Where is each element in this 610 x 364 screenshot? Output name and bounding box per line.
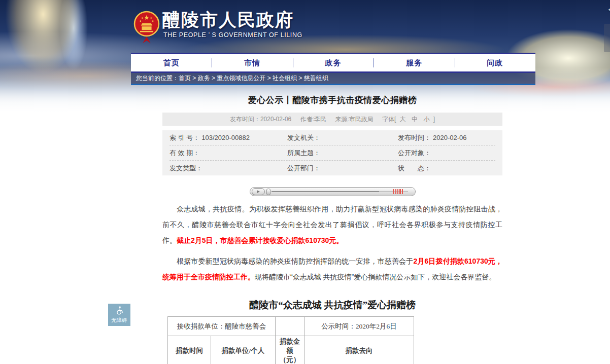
weather-temps-clipped <box>604 47 610 51</box>
doc-type-label: 发文类型： <box>170 164 202 172</box>
highlight-donation-total: 截止2月5日，市慈善会累计接收爱心捐款610730元。 <box>177 236 343 244</box>
accessibility-button[interactable]: 无障碍 <box>108 304 130 326</box>
nav-item-city[interactable]: 市情 <box>212 54 292 71</box>
receiver-cell: 接收捐款单位：醴陵市慈善会 <box>168 317 276 336</box>
breadcrumb-path[interactable]: 首页 > 政务 > 重点领域信息公开 > 社会组织 > 慈善组织 <box>179 75 328 82</box>
weather-widget: 醴陵 02月12日 阴 <box>604 24 610 52</box>
main-nav: 首页 市情 政务 服务 问政 <box>131 53 535 73</box>
nav-item-service[interactable]: 服务 <box>374 54 454 71</box>
page: 醴陵市人民政府 THE PEOPLE ’ S GOVERNMENT OF LIL… <box>0 0 610 364</box>
nav-item-ask[interactable]: 问政 <box>455 54 535 71</box>
font-size-small[interactable]: 小 <box>423 116 429 123</box>
weather-location-date: 醴陵 02月12日 <box>604 26 610 35</box>
play-button[interactable] <box>252 188 265 195</box>
col-header-destination: 捐款去向 <box>304 336 414 364</box>
author: 作者:李民 <box>300 116 326 123</box>
breadcrumb-label: 您当前的位置： <box>136 75 179 82</box>
nav-item-gov[interactable]: 政务 <box>293 54 374 71</box>
publish-date-label: 发布时间： <box>398 134 431 141</box>
paragraph-1: 众志成城，共抗疫情。为积极发挥慈善组织作用，助力打赢新型冠状病毒感染的肺炎疫情防… <box>162 201 502 248</box>
font-size-large[interactable]: 大 <box>400 116 406 123</box>
breadcrumb: 您当前的位置：首页 > 政务 > 重点领域信息公开 > 社会组织 > 慈善组织 <box>131 73 535 85</box>
accessibility-label: 无障碍 <box>108 317 130 322</box>
publish-date-value: 2020-02-06 <box>433 134 467 141</box>
doc-info-row: 发文类型： 公开部门： 状 态： <box>170 161 495 175</box>
page-title: 爱心公示丨醴陵市携手抗击疫情爱心捐赠榜 <box>162 94 502 106</box>
validity-label: 有 效 期： <box>170 149 199 157</box>
doc-info-row: 索 引 号：103/2020-00882 发文机关： 发布时间：2020-02-… <box>170 130 495 145</box>
publish-time: 发布时间：2020-02-06 <box>230 116 291 123</box>
nav-item-home[interactable]: 首页 <box>131 54 212 71</box>
publicity-time-cell: 公示时间：2020年2月6日 <box>304 317 414 336</box>
index-no-value: 103/2020-00882 <box>201 134 250 141</box>
col-header-amount: 捐款金额（元） <box>276 336 304 364</box>
site-header: 醴陵市人民政府 THE PEOPLE ’ S GOVERNMENT OF LIL… <box>131 0 535 53</box>
wheelchair-icon <box>115 306 124 315</box>
issuing-org-label: 发文机关： <box>287 134 320 141</box>
donation-table-title: 醴陵市“众志成城 共抗疫情”爱心捐赠榜 <box>162 299 502 312</box>
col-header-time: 捐款时间 <box>168 336 211 364</box>
volume-bars[interactable] <box>393 189 404 194</box>
status-label: 状 态： <box>398 164 431 172</box>
article-meta-bar: 发布时间：2020-02-06 作者:李民 来源:市民政局 字体[ 大 中 小 … <box>162 113 502 126</box>
national-emblem-logo <box>133 7 160 47</box>
site-subtitle: THE PEOPLE ’ S GOVERNMENT OF LILING <box>163 31 302 39</box>
font-size-label: 字体[ <box>382 116 396 123</box>
seek-track[interactable] <box>272 191 408 192</box>
col-header-donor: 捐款单位/个人 <box>211 336 276 364</box>
paragraph-2: 根据市委新型冠状病毒感染的肺炎疫情防控指挥部的统一安排，市慈善会于2月6日拨付捐… <box>162 253 502 285</box>
seek-slider-knob[interactable] <box>266 189 270 195</box>
article-content: 爱心公示丨醴陵市携手抗击疫情爱心捐赠榜 发布时间：2020-02-06 作者:李… <box>162 88 502 364</box>
donation-table: 接收捐款单位：醴陵市慈善会 公示时间：2020年2月6日 捐款时间 捐款单位/个… <box>167 316 414 364</box>
audio-player[interactable] <box>250 187 416 196</box>
site-title: 醴陵市人民政府 <box>162 8 294 32</box>
open-target-label: 公开对象： <box>398 149 431 157</box>
font-size-medium[interactable]: 中 <box>412 116 418 123</box>
font-size-label-end: ] <box>433 116 435 123</box>
table-header-row: 捐款时间 捐款单位/个人 捐款金额（元） 捐款去向 <box>168 336 414 364</box>
index-no-label: 索 引 号： <box>170 134 199 141</box>
table-row-receiver: 接收捐款单位：醴陵市慈善会 公示时间：2020年2月6日 <box>168 317 414 336</box>
source: 来源:市民政局 <box>335 116 373 123</box>
doc-info-table: 索 引 号：103/2020-00882 发文机关： 发布时间：2020-02-… <box>162 130 502 175</box>
today-date-line1: 今天是2020年2月12 <box>603 4 610 16</box>
topic-label: 所属主题： <box>287 149 320 157</box>
open-dept-label: 公开部门： <box>287 164 320 172</box>
doc-info-row: 有 效 期： 所属主题： 公开对象： <box>170 145 495 161</box>
